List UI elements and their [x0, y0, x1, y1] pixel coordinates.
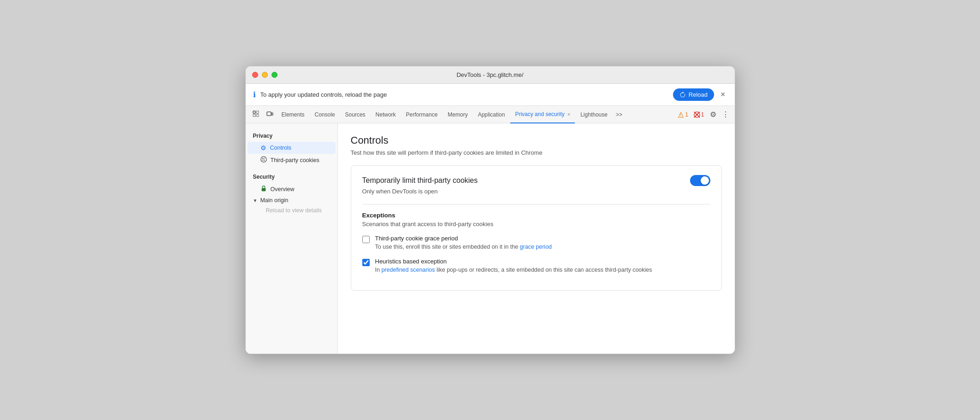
sidebar-item-reload-to-view: Reload to view details: [246, 205, 337, 216]
grace-period-desc-before: To use this, enroll this site or sites e…: [375, 244, 520, 250]
sidebar: Privacy ⚙ Controls Third-party cookies: [246, 123, 338, 354]
minimize-window-button[interactable]: [262, 72, 268, 78]
heuristics-title: Heuristics based exception: [375, 258, 652, 265]
lock-icon: [260, 185, 267, 193]
warning-badge: 1: [676, 111, 690, 119]
error-icon: [694, 111, 700, 118]
warning-icon: [678, 111, 684, 118]
reload-button[interactable]: Reload: [673, 88, 714, 101]
sidebar-item-controls[interactable]: ⚙ Controls: [248, 142, 336, 154]
svg-point-10: [263, 159, 265, 161]
sidebar-item-main-origin-label: Main origin: [260, 197, 288, 204]
svg-rect-5: [272, 113, 273, 115]
tab-lighthouse[interactable]: Lighthouse: [576, 106, 612, 123]
grace-period-desc: To use this, enroll this site or sites e…: [375, 243, 552, 251]
card-header: Temporarily limit third-party cookies: [362, 175, 710, 186]
controls-card: Temporarily limit third-party cookies On…: [351, 165, 722, 291]
tab-memory[interactable]: Memory: [443, 106, 472, 123]
sidebar-section-privacy: Privacy: [246, 131, 337, 141]
grace-period-checkbox[interactable]: [362, 236, 370, 243]
exception-item-heuristics: Heuristics based exception In predefined…: [362, 258, 710, 274]
page-title: Controls: [351, 134, 722, 146]
svg-point-9: [264, 158, 265, 159]
more-options-button[interactable]: ⋮: [720, 108, 731, 121]
tab-performance[interactable]: Performance: [401, 106, 443, 123]
reload-button-label: Reload: [689, 91, 708, 98]
more-tabs-button[interactable]: >>: [613, 110, 625, 120]
close-tab-icon[interactable]: ×: [567, 111, 570, 117]
error-badge: 1: [692, 111, 706, 119]
tab-application-label: Application: [478, 111, 505, 118]
tab-network-label: Network: [376, 111, 396, 118]
tab-console-label: Console: [315, 111, 335, 118]
svg-rect-1: [256, 111, 259, 113]
tab-elements[interactable]: Elements: [277, 106, 309, 123]
svg-rect-2: [253, 114, 255, 117]
devtools-window: DevTools - 3pc.glitch.me/ ℹ To apply you…: [245, 66, 735, 354]
heuristics-link[interactable]: predefined scenarios: [381, 267, 435, 273]
tab-sources-label: Sources: [345, 111, 366, 118]
arrow-down-icon: ▼: [253, 198, 258, 203]
sidebar-item-main-origin[interactable]: ▼ Main origin: [246, 195, 337, 205]
tab-privacy-security[interactable]: Privacy and security ×: [510, 106, 575, 123]
cookie-icon: [260, 156, 267, 164]
heuristics-desc-before: In: [375, 267, 382, 273]
reload-icon: [679, 92, 686, 98]
tab-privacy-security-label: Privacy and security: [515, 111, 564, 117]
device-toggle-button[interactable]: [263, 108, 276, 121]
heuristics-desc-after: like pop-ups or redirects, a site embedd…: [435, 267, 652, 273]
reload-to-view-label: Reload to view details: [266, 207, 322, 214]
tab-bar-right: 1 1 ⚙ ⋮: [676, 108, 731, 121]
sidebar-item-controls-label: Controls: [270, 145, 292, 151]
heuristics-content: Heuristics based exception In predefined…: [375, 258, 652, 274]
banner-close-button[interactable]: ×: [719, 90, 727, 99]
exception-item-grace-period: Third-party cookie grace period To use t…: [362, 235, 710, 251]
info-icon: ℹ: [253, 90, 256, 99]
main-layout: Privacy ⚙ Controls Third-party cookies: [246, 123, 735, 354]
error-count: 1: [701, 111, 704, 118]
heuristics-checkbox[interactable]: [362, 259, 370, 266]
svg-rect-4: [267, 112, 271, 116]
tab-sources[interactable]: Sources: [341, 106, 370, 123]
tab-application[interactable]: Application: [473, 106, 510, 123]
tab-memory-label: Memory: [448, 111, 467, 118]
svg-rect-12: [261, 188, 266, 191]
exceptions-section: Exceptions Scenarios that grant access t…: [362, 204, 710, 274]
exceptions-description: Scenarios that grant access to third-par…: [362, 221, 710, 228]
warning-count: 1: [685, 111, 688, 118]
grace-period-content: Third-party cookie grace period To use t…: [375, 235, 552, 251]
sidebar-item-overview-label: Overview: [271, 186, 295, 192]
grace-period-link[interactable]: grace period: [520, 244, 552, 250]
select-element-button[interactable]: [249, 108, 262, 121]
window-title: DevTools - 3pc.glitch.me/: [456, 71, 523, 78]
svg-rect-0: [253, 111, 255, 113]
svg-point-8: [262, 158, 263, 159]
sidebar-item-overview[interactable]: Overview: [246, 183, 337, 195]
svg-point-11: [262, 160, 263, 161]
tab-lighthouse-label: Lighthouse: [580, 111, 608, 118]
grace-period-title: Third-party cookie grace period: [375, 235, 552, 242]
maximize-window-button[interactable]: [272, 72, 277, 78]
title-bar: DevTools - 3pc.glitch.me/: [246, 66, 735, 84]
reload-banner: ℹ To apply your updated controls, reload…: [246, 84, 735, 106]
sidebar-item-third-party-cookies-label: Third-party cookies: [271, 157, 319, 163]
traffic-lights: [252, 72, 277, 78]
gear-icon: ⚙: [260, 144, 266, 152]
svg-rect-3: [256, 114, 259, 117]
limit-cookies-toggle[interactable]: [690, 175, 710, 186]
card-title: Temporarily limit third-party cookies: [362, 176, 478, 185]
sidebar-item-third-party-cookies[interactable]: Third-party cookies: [246, 154, 337, 166]
sidebar-section-security: Security: [246, 172, 337, 182]
svg-point-7: [260, 157, 266, 162]
tab-elements-label: Elements: [282, 111, 305, 118]
tab-network[interactable]: Network: [371, 106, 401, 123]
card-description: Only when DevTools is open: [362, 188, 710, 195]
tab-performance-label: Performance: [406, 111, 438, 118]
exceptions-title: Exceptions: [362, 212, 710, 219]
tab-console[interactable]: Console: [310, 106, 340, 123]
close-window-button[interactable]: [252, 72, 258, 78]
heuristics-desc: In predefined scenarios like pop-ups or …: [375, 266, 652, 274]
settings-button[interactable]: ⚙: [708, 108, 718, 121]
page-subtitle: Test how this site will perform if third…: [351, 149, 722, 156]
banner-text: To apply your updated controls, reload t…: [260, 91, 668, 98]
